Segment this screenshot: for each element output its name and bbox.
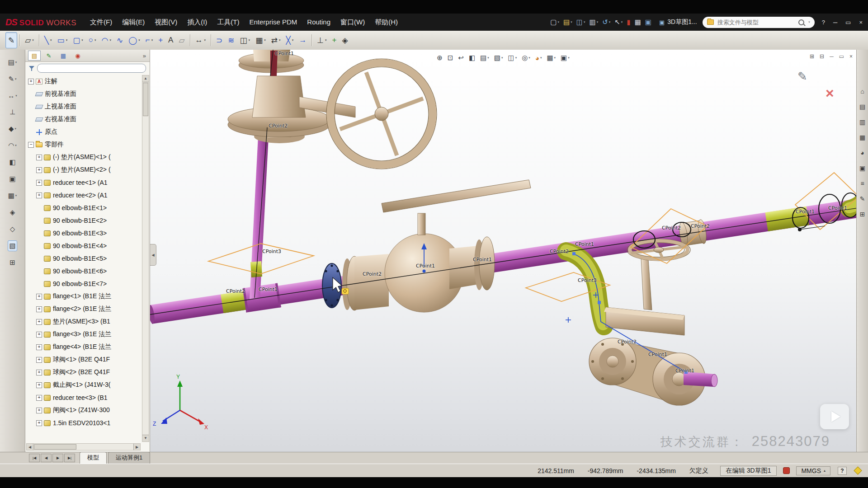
tree-horizontal-scrollbar[interactable]: ◀ ▶	[26, 443, 141, 450]
expand-toggle[interactable]: +	[36, 155, 42, 160]
circle-icon[interactable]: ○▾	[86, 32, 99, 48]
tree-item[interactable]: +flange<1> (B1E 法兰	[25, 290, 142, 303]
far-right-elbow[interactable]	[849, 188, 856, 209]
doc-close-icon[interactable]: ×	[849, 53, 853, 60]
ellipse-icon[interactable]: ◯▾	[126, 32, 143, 48]
app-close-button[interactable]: ×	[859, 19, 863, 26]
sketch-select-icon[interactable]: ✎	[5, 32, 17, 48]
tree-item[interactable]: 90 elbowb-B1E<7>	[25, 277, 142, 290]
display-relations-icon[interactable]: ⊥▾	[314, 32, 329, 48]
tree-item[interactable]: +flange<4> (B1E 法兰	[25, 341, 142, 353]
save-document-icon[interactable]: ◫▾	[575, 17, 587, 27]
open-document-icon[interactable]: ▤▾	[562, 17, 574, 27]
forum-icon[interactable]: ✎	[860, 195, 865, 202]
tree-item[interactable]: 90 elbowb-B1E<5>	[25, 252, 142, 265]
tree-item[interactable]: +A注解	[25, 75, 142, 88]
straight-slot-icon[interactable]: ▢▾	[70, 32, 86, 48]
expand-toggle[interactable]: +	[36, 319, 42, 325]
apply-scene-icon[interactable]: ▦▾	[545, 52, 557, 63]
featuremanager-tab[interactable]: ▤	[28, 51, 41, 61]
move-entities-icon[interactable]: ⇄▾	[269, 32, 283, 48]
sketch-fillet-icon[interactable]: ⌐▾	[143, 32, 156, 48]
sketch-entities-icon[interactable]: ✎▾	[7, 74, 18, 84]
prev-tab-button[interactable]: ◀	[41, 454, 52, 462]
tree-item[interactable]: −零部件	[25, 138, 142, 151]
menu-help[interactable]: 帮助(H)	[370, 16, 402, 29]
appearances-icon[interactable]: ◕	[860, 149, 864, 156]
menu-edit[interactable]: 编辑(E)	[118, 16, 149, 29]
view-settings-icon[interactable]: ▣▾	[559, 52, 571, 63]
play-overlay-button[interactable]	[820, 404, 849, 429]
edit-appearance-icon[interactable]: ◕▾	[533, 52, 544, 63]
scenes-icon[interactable]: ▣	[859, 164, 865, 172]
tree-item[interactable]: +(-) 垫片(ASME)<1> (	[25, 151, 142, 164]
scroll-thumb[interactable]	[143, 83, 148, 116]
viewport-tile-icon[interactable]: ⊟	[820, 53, 824, 60]
file-explorer-icon[interactable]: ▥	[859, 118, 865, 126]
evaluate-icon[interactable]: ◈	[9, 207, 17, 218]
tree-item[interactable]: 90 elbowb-B1E<3>	[25, 227, 142, 239]
arc-icon[interactable]: ◠▾	[99, 32, 114, 48]
expand-toggle[interactable]: +	[36, 344, 42, 350]
section-view-icon[interactable]: ◧	[467, 52, 477, 63]
menu-window[interactable]: 窗口(W)	[336, 16, 369, 29]
dimxpert-icon[interactable]: ◇	[9, 224, 17, 235]
trim-entities-icon[interactable]: ╳▾	[283, 32, 296, 48]
tab-motion-study-1[interactable]: 运动算例1	[108, 452, 150, 464]
filter-icon[interactable]	[29, 66, 34, 71]
mold-tools-icon[interactable]: ▦▾	[7, 190, 19, 201]
confirm-corner-sketch-icon[interactable]: ✎	[797, 70, 807, 84]
rebuild-icon[interactable]: ▮	[625, 17, 632, 27]
expand-toggle[interactable]: +	[36, 370, 42, 375]
rapid-sketch-icon[interactable]: ◈	[340, 32, 351, 48]
select-cursor-icon[interactable]: ↖▾	[613, 17, 624, 27]
view-orientation-icon[interactable]: ▧▾	[492, 52, 505, 63]
tree-item[interactable]: 90 elbowb-B1E<4>	[25, 239, 142, 252]
mirror-entities-icon[interactable]: ◫▾	[237, 32, 253, 48]
search-caret-icon[interactable]: ▾	[808, 20, 810, 24]
app-restore-button[interactable]: ▭	[845, 19, 851, 26]
tree-item[interactable]: 前视基准面	[25, 88, 142, 100]
tree-item[interactable]: 上视基准面	[25, 100, 142, 113]
custom-properties-icon[interactable]: ≡	[860, 180, 864, 187]
scroll-right-icon[interactable]: ▶	[133, 444, 140, 450]
offset-entities-icon[interactable]: ≋	[225, 32, 237, 48]
annotation-visibility-icon[interactable]: ▤▾	[478, 52, 491, 63]
scroll-thumb-horizontal[interactable]	[34, 444, 76, 450]
tree-item[interactable]: +reducer tee<3> (B1	[25, 391, 142, 404]
print-document-icon[interactable]: ▥▾	[588, 17, 599, 27]
displaymanager-tab[interactable]: ◉	[71, 51, 84, 61]
text-icon[interactable]: A	[165, 32, 176, 48]
tree-collapse-handle[interactable]: ◀	[150, 244, 156, 266]
propertymanager-tab[interactable]: ✎	[42, 51, 55, 61]
doc-restore-icon[interactable]: ▭	[839, 53, 844, 60]
scroll-up-icon[interactable]: ▲	[142, 75, 149, 82]
tree-item[interactable]: +垫片(ASME)<3> (B1	[25, 315, 142, 328]
pdm-vault-icon[interactable]: ⊞	[860, 211, 865, 218]
ball-valve[interactable]	[322, 180, 531, 312]
zoom-fit-icon[interactable]: ⊕	[435, 52, 444, 63]
expand-toggle[interactable]: +	[36, 420, 42, 426]
menu-tools[interactable]: 工具(T)	[212, 16, 244, 29]
surfaces-icon[interactable]: ◠▾	[7, 140, 18, 151]
tree-item[interactable]: +(-) 垫片(ASME)<2> (	[25, 164, 142, 176]
previous-view-icon[interactable]: ↩	[456, 52, 466, 63]
toolbox-icon[interactable]: ⊞	[8, 257, 17, 268]
tree-item[interactable]: 90 elbowb-B1E<2>	[25, 214, 142, 227]
tree-item[interactable]: 原点	[25, 126, 142, 138]
routing-tools-icon[interactable]: ▧	[8, 240, 17, 251]
tree-item[interactable]: +1.5in ESDV20103<1	[25, 417, 142, 429]
tree-item[interactable]: +flange<3> (B1E 法兰	[25, 328, 142, 341]
resources-icon[interactable]: ⌂	[860, 88, 864, 95]
convert-entities-icon[interactable]: ⊃	[213, 32, 225, 48]
erase-icon[interactable]: ▱▾	[22, 32, 37, 48]
spline-icon[interactable]: ∿	[114, 32, 126, 48]
3d-scene[interactable]: Y X Z	[150, 50, 856, 452]
design-library-icon[interactable]: ▤	[859, 103, 865, 110]
expand-toggle[interactable]: +	[36, 294, 42, 300]
view-palette-icon[interactable]: ▦	[859, 134, 865, 141]
filter-input[interactable]	[37, 64, 146, 73]
hide-show-items-icon[interactable]: ◎▾	[520, 52, 532, 63]
configurationmanager-tab[interactable]: ▦	[57, 51, 70, 61]
clipboard-icon[interactable]: ▤▾	[7, 57, 19, 68]
